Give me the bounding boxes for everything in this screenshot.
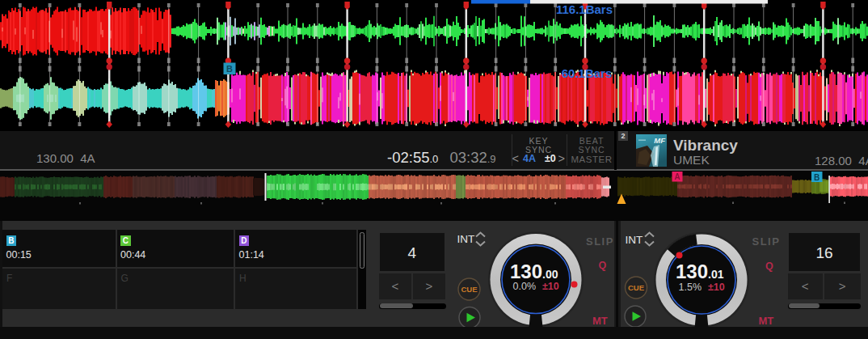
svg-text:MF: MF — [654, 136, 665, 145]
svg-text:CUE: CUE — [628, 283, 644, 292]
svg-text:60.1Bars: 60.1Bars — [562, 66, 613, 80]
svg-text:A: A — [674, 172, 680, 181]
svg-text:116.1Bars: 116.1Bars — [556, 2, 613, 16]
svg-text:B: B — [814, 173, 820, 182]
svg-text:0.0%: 0.0% — [513, 281, 537, 292]
svg-text:1.5%: 1.5% — [679, 282, 702, 293]
svg-text:±10: ±10 — [708, 282, 725, 293]
svg-text:±10: ±10 — [542, 281, 559, 292]
svg-text:CUE: CUE — [461, 285, 477, 294]
svg-text:B: B — [226, 64, 233, 74]
